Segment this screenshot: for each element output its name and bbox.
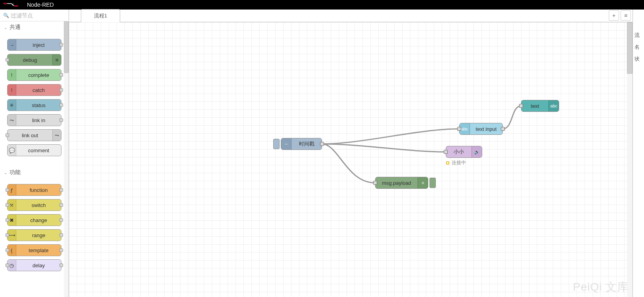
list-tabs-button[interactable]: ≡ bbox=[621, 10, 631, 21]
flow-node-textinput[interactable]: abctext input bbox=[459, 123, 503, 135]
node-input-port[interactable] bbox=[373, 181, 377, 185]
canvas-grid bbox=[69, 22, 632, 297]
node-output-port[interactable] bbox=[501, 127, 505, 131]
node-port bbox=[59, 203, 63, 207]
palette-node-comment[interactable]: 💬comment bbox=[7, 144, 61, 156]
tab-bar: 流程1 + ≡ bbox=[69, 10, 632, 22]
search-input[interactable] bbox=[11, 12, 65, 19]
flow-node-label: text input bbox=[470, 126, 502, 132]
palette-node-label: delay bbox=[16, 263, 61, 268]
node-type-icon: ⤳ bbox=[8, 115, 16, 126]
palette-node-label: range bbox=[16, 232, 61, 238]
palette-node-link-out[interactable]: link out⤳ bbox=[7, 129, 61, 141]
node-port bbox=[6, 188, 9, 192]
node-type-icon: 💬 bbox=[8, 145, 16, 156]
palette-node-label: link in bbox=[16, 117, 61, 123]
app-header: Node-RED bbox=[0, 0, 644, 10]
node-input-port[interactable] bbox=[444, 150, 448, 154]
palette-node-link-in[interactable]: ⤳link in bbox=[7, 114, 61, 126]
node-type-icon: → bbox=[8, 39, 16, 50]
node-port bbox=[6, 203, 9, 207]
svg-rect-0 bbox=[3, 3, 7, 4]
node-port bbox=[59, 88, 63, 92]
palette-node-label: complete bbox=[16, 72, 61, 78]
status-indicator-icon bbox=[446, 161, 449, 165]
palette-node-label: debug bbox=[8, 57, 52, 63]
palette-node-debug[interactable]: debug≡ bbox=[7, 54, 61, 66]
palette-node-inject[interactable]: →inject bbox=[7, 39, 61, 51]
category-label: 共通 bbox=[10, 24, 21, 31]
node-port bbox=[6, 249, 9, 252]
node-port bbox=[6, 58, 9, 62]
palette-category-header[interactable]: ⌄功能 bbox=[0, 167, 69, 178]
add-tab-button[interactable]: + bbox=[609, 10, 619, 21]
node-port bbox=[59, 73, 63, 77]
palette-node-delay[interactable]: ◷delay bbox=[7, 259, 61, 271]
palette-node-label: template bbox=[16, 247, 61, 253]
tab-flow1[interactable]: 流程1 bbox=[81, 9, 120, 22]
palette-node-complete[interactable]: !complete bbox=[7, 69, 61, 81]
node-port bbox=[59, 119, 63, 122]
flow-node-label: text bbox=[521, 103, 548, 109]
node-type-icon: abc bbox=[548, 100, 559, 111]
info-row: 流 bbox=[633, 29, 644, 41]
flow-node-text[interactable]: textabc bbox=[521, 100, 559, 112]
palette-search: 🔍 bbox=[0, 10, 69, 21]
node-input-port[interactable] bbox=[457, 127, 461, 131]
workspace: 流程1 + ≡ →时间戳abctext inputtextabc小小🔊连接中ms… bbox=[69, 10, 633, 297]
palette-node-label: function bbox=[16, 187, 61, 193]
palette-scrollbar-thumb[interactable] bbox=[64, 21, 69, 73]
node-port bbox=[59, 234, 63, 237]
flow-node-label: msg.payload bbox=[376, 180, 418, 186]
debug-toggle-button[interactable] bbox=[429, 178, 436, 188]
canvas[interactable]: →时间戳abctext inputtextabc小小🔊连接中msg.payloa… bbox=[69, 22, 632, 297]
node-type-icon: 🔊 bbox=[472, 146, 482, 157]
node-type-icon: ✳ bbox=[8, 100, 16, 111]
palette-sidebar: 🔍 ⌄共通→injectdebug≡!complete!catch✳status… bbox=[0, 10, 69, 297]
flow-node-label: 时间戳 bbox=[291, 140, 322, 148]
node-port bbox=[59, 188, 63, 192]
node-port bbox=[59, 218, 63, 222]
palette-node-label: switch bbox=[16, 202, 61, 208]
app-title: Node-RED bbox=[27, 2, 54, 8]
info-row: 状 bbox=[633, 53, 644, 65]
node-port bbox=[6, 134, 9, 137]
flow-node-debug[interactable]: msg.payload≡ bbox=[375, 177, 428, 189]
logo-icon bbox=[3, 2, 22, 8]
flow-node-audio[interactable]: 小小🔊连接中 bbox=[446, 146, 482, 158]
node-type-icon: → bbox=[281, 138, 291, 149]
palette-node-label: comment bbox=[16, 148, 61, 153]
node-port bbox=[6, 218, 9, 222]
status-text: 连接中 bbox=[452, 159, 466, 166]
palette-node-label: change bbox=[16, 217, 61, 223]
node-input-port[interactable] bbox=[519, 104, 523, 108]
palette-category-header[interactable]: ⌄共通 bbox=[0, 21, 69, 33]
node-type-icon: ! bbox=[8, 84, 16, 96]
node-port bbox=[59, 249, 63, 252]
info-row: 名 bbox=[633, 41, 644, 53]
palette-node-label: inject bbox=[16, 42, 61, 48]
palette-node-change[interactable]: ✖change bbox=[7, 214, 61, 226]
palette-node-switch[interactable]: ⤱switch bbox=[7, 199, 61, 211]
palette-node-label: link out bbox=[8, 132, 52, 138]
palette-node-label: catch bbox=[16, 87, 61, 93]
palette-node-range[interactable]: ⟶range bbox=[7, 229, 61, 241]
category-label: 功能 bbox=[10, 169, 21, 176]
svg-point-2 bbox=[12, 4, 13, 6]
palette-node-label: status bbox=[16, 102, 61, 108]
node-port bbox=[59, 264, 63, 267]
inject-button[interactable] bbox=[273, 139, 280, 149]
node-type-icon: ⤳ bbox=[52, 130, 61, 141]
node-type-icon: ≡ bbox=[418, 177, 428, 188]
palette-node-template[interactable]: {template bbox=[7, 244, 61, 256]
flow-node-inject[interactable]: →时间戳 bbox=[281, 138, 322, 150]
node-output-port[interactable] bbox=[320, 142, 324, 146]
node-port bbox=[6, 234, 9, 237]
palette-node-catch[interactable]: !catch bbox=[7, 84, 61, 96]
info-sidebar: 流名状 bbox=[633, 10, 644, 297]
node-type-icon: ! bbox=[8, 69, 16, 80]
palette-node-function[interactable]: ƒfunction bbox=[7, 184, 61, 196]
chevron-down-icon: ⌄ bbox=[4, 171, 7, 175]
palette-node-status[interactable]: ✳status bbox=[7, 99, 61, 111]
canvas-scrollbar-thumb[interactable] bbox=[627, 22, 632, 74]
